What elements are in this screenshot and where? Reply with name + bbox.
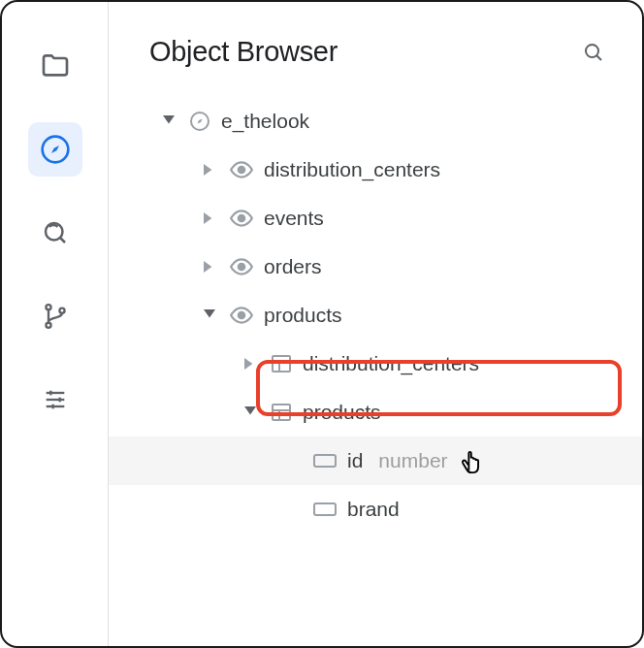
object-tree: e_thelook distribution_centers: [109, 78, 642, 534]
svg-point-12: [586, 45, 598, 57]
explore-node-icon: [188, 110, 211, 133]
field-icon: [312, 452, 338, 470]
svg-point-22: [239, 264, 245, 271]
sidebar-settings-button[interactable]: [28, 373, 82, 427]
svg-point-5: [59, 308, 64, 313]
tree-node-table-expanded[interactable]: products: [109, 388, 642, 437]
svg-marker-23: [204, 309, 215, 317]
tree-label: distribution_centers: [264, 158, 440, 181]
field-type: number: [378, 449, 447, 472]
field-name: brand: [347, 498, 400, 521]
eye-icon: [229, 206, 254, 231]
tree-node-view[interactable]: orders: [109, 243, 642, 291]
eye-icon: [229, 303, 254, 328]
sidebar: [2, 2, 109, 646]
search-icon[interactable]: [582, 41, 605, 64]
cursor-pointer-icon: [458, 444, 487, 481]
svg-marker-21: [204, 261, 211, 273]
svg-rect-26: [273, 356, 290, 372]
tree-node-view[interactable]: distribution_centers: [109, 146, 642, 194]
svg-marker-17: [204, 164, 211, 176]
tree-label: distribution_centers: [303, 352, 479, 375]
svg-point-4: [46, 323, 50, 328]
tree-node-root[interactable]: e_thelook: [109, 97, 642, 146]
sidebar-folder-button[interactable]: [28, 39, 82, 93]
svg-marker-25: [244, 358, 252, 370]
tree-node-field-id[interactable]: id number: [109, 437, 642, 485]
svg-point-18: [239, 167, 245, 174]
chevron-right-icon: [200, 212, 219, 224]
panel-frame: Object Browser e_thelook: [0, 0, 644, 648]
svg-marker-29: [244, 406, 256, 414]
sidebar-git-button[interactable]: [28, 289, 82, 343]
chevron-down-icon: [200, 309, 219, 321]
tree-label: e_thelook: [221, 110, 309, 133]
tree-label: events: [264, 207, 324, 230]
sidebar-explore-button[interactable]: [28, 122, 82, 177]
chevron-down-icon: [159, 115, 178, 127]
sidebar-search-history-button[interactable]: [28, 206, 82, 260]
svg-point-24: [239, 312, 245, 319]
tree-node-view-expanded[interactable]: products: [109, 291, 642, 340]
chevron-right-icon: [241, 358, 260, 370]
panel-header: Object Browser: [109, 2, 642, 78]
svg-rect-34: [314, 503, 336, 515]
table-icon: [270, 401, 293, 424]
table-icon: [270, 352, 293, 375]
tree-node-field-brand[interactable]: brand: [109, 485, 642, 534]
svg-line-13: [596, 55, 601, 60]
svg-marker-19: [204, 212, 211, 224]
svg-rect-33: [314, 455, 336, 467]
chevron-right-icon: [200, 164, 219, 176]
folder-icon: [40, 50, 71, 81]
svg-point-20: [239, 215, 245, 222]
svg-marker-1: [51, 146, 59, 153]
compass-icon: [40, 134, 71, 165]
tree-label: orders: [264, 255, 322, 278]
chevron-right-icon: [200, 261, 219, 273]
eye-icon: [229, 157, 254, 182]
svg-point-3: [46, 305, 50, 309]
tree-label: products: [303, 401, 381, 424]
field-name: id: [347, 449, 363, 472]
tree-label: products: [264, 304, 342, 327]
svg-marker-16: [198, 119, 203, 124]
svg-rect-30: [273, 405, 290, 420]
search-history-icon: [41, 218, 70, 247]
main-panel: Object Browser e_thelook: [109, 2, 642, 646]
field-icon: [312, 501, 338, 518]
git-branch-icon: [42, 303, 69, 330]
eye-icon: [229, 254, 254, 279]
svg-marker-14: [163, 115, 175, 123]
panel-title: Object Browser: [149, 36, 338, 68]
tree-node-table[interactable]: distribution_centers: [109, 340, 642, 388]
sliders-icon: [42, 386, 69, 413]
tree-node-view[interactable]: events: [109, 194, 642, 243]
chevron-down-icon: [241, 406, 260, 418]
